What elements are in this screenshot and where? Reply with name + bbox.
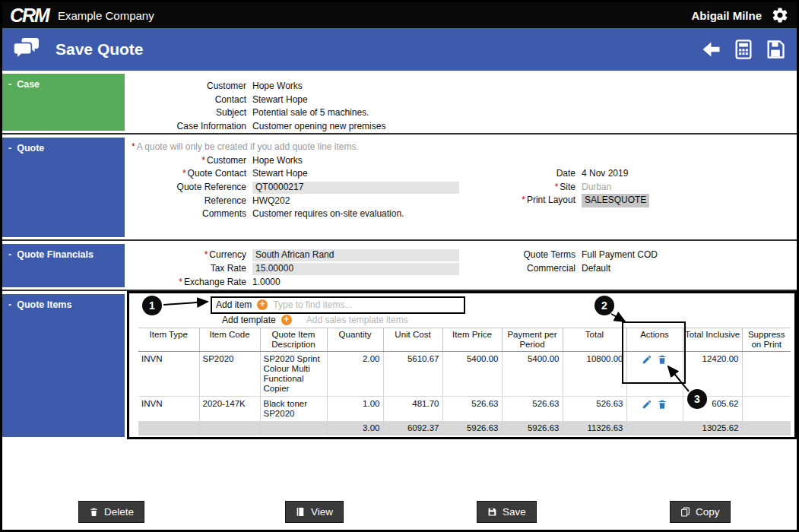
collapse-icon[interactable]: -: [8, 143, 11, 154]
save-header-button[interactable]: [765, 39, 786, 60]
add-template-placeholder: Add sales template items: [306, 315, 408, 325]
calculator-icon: [733, 39, 754, 60]
view-button[interactable]: View: [285, 501, 344, 523]
collapse-icon[interactable]: -: [8, 249, 11, 260]
comments-field[interactable]: Customer requires on-site evaluation.: [252, 207, 404, 221]
add-template-plus-icon[interactable]: [281, 315, 292, 325]
field-label: Subject: [127, 106, 252, 120]
quote-items-section-header[interactable]: -Quote Items: [2, 294, 125, 437]
field-label: Case Information: [127, 120, 252, 134]
required-marker: *: [522, 195, 525, 205]
cell-item-code: 2020-147K: [199, 397, 260, 422]
cell-suppress-on-print[interactable]: [742, 397, 791, 422]
col-item-price: Item Price: [442, 328, 502, 352]
site-field[interactable]: Durban: [582, 181, 611, 195]
page-header: Save Quote: [2, 28, 797, 71]
required-marker: *: [205, 249, 208, 260]
totals-payment-per-period: 5926.63: [502, 422, 563, 436]
trash-icon: [89, 507, 99, 517]
commercial-field[interactable]: Default: [582, 262, 610, 276]
quote-note: *A quote will only be created if you add…: [127, 141, 797, 154]
calculator-button[interactable]: [733, 39, 754, 60]
reference-field[interactable]: HWQ202: [252, 195, 290, 208]
exchange-rate-field[interactable]: 1.0000: [252, 276, 281, 290]
field-label: Currency: [209, 249, 246, 260]
add-item-row: Add item: [138, 296, 791, 314]
totals-total-inclusive: 13025.62: [683, 422, 742, 436]
delete-item-button[interactable]: [655, 399, 670, 412]
field-label: Quote Contact: [188, 168, 246, 179]
field-quote-terms: Quote Terms Full Payment COD: [502, 249, 797, 262]
delete-button[interactable]: Delete: [78, 501, 144, 523]
add-template-row: Add template Add sales template items: [138, 314, 791, 326]
cell-quantity: 2.00: [327, 352, 383, 397]
add-item-box: Add item: [211, 296, 465, 314]
field-label: Reference: [127, 195, 252, 208]
collapse-icon[interactable]: -: [8, 79, 11, 90]
edit-item-button[interactable]: [639, 354, 655, 367]
currency-field[interactable]: South African Rand: [252, 249, 459, 261]
back-button[interactable]: [701, 39, 722, 60]
user-name: Abigail Milne: [691, 9, 762, 22]
add-item-plus-icon[interactable]: [257, 299, 268, 310]
customer-field[interactable]: Hope Works: [252, 154, 303, 168]
field-case-information: Case Information Customer opening new pr…: [127, 120, 797, 134]
case-section-header[interactable]: -Case: [2, 74, 125, 131]
copy-button[interactable]: Copy: [670, 501, 731, 523]
add-template-label[interactable]: Add template: [222, 315, 276, 325]
print-layout-field[interactable]: SALESQUOTE: [582, 194, 649, 207]
col-item-type: Item Type: [138, 328, 199, 352]
col-payment-per-period: Payment per Period: [502, 328, 563, 352]
footer-toolbar: Delete View Save Copy: [2, 501, 797, 524]
field-quote-contact: *Quote Contact Stewart Hope: [127, 167, 502, 181]
settings-gear-icon[interactable]: [771, 6, 789, 24]
col-item-code: Item Code: [199, 328, 260, 352]
crm-logo: CRM: [10, 6, 49, 25]
field-case-subject: Subject Potential sale of 5 machines.: [127, 106, 797, 120]
collapse-icon[interactable]: -: [8, 299, 11, 310]
col-unit-cost: Unit Cost: [383, 328, 442, 352]
totals-total: 11326.63: [563, 422, 626, 436]
quote-contact-field[interactable]: Stewart Hope: [252, 167, 308, 181]
field-site: *Site Durban: [502, 181, 797, 195]
cell-actions: [626, 397, 683, 422]
required-marker: *: [182, 168, 186, 179]
field-date: Date 4 Nov 2019: [502, 167, 797, 181]
field-label: Commercial: [502, 262, 582, 276]
edit-item-button[interactable]: [639, 399, 655, 412]
field-currency: *Currency South African Rand: [127, 249, 502, 262]
field-comments: Comments Customer requires on-site evalu…: [127, 207, 502, 221]
quote-financials-section-header[interactable]: -Quote Financials: [2, 244, 125, 287]
col-quantity: Quantity: [327, 328, 383, 352]
cell-item-type: INVN: [138, 352, 199, 397]
quote-section-header[interactable]: -Quote: [2, 138, 125, 237]
save-disk-icon: [765, 39, 786, 60]
copy-icon: [680, 507, 690, 517]
quote-reference-field[interactable]: QT0000217: [252, 182, 459, 194]
app-window: CRM Example Company Abigail Milne Save Q…: [0, 0, 799, 532]
cell-suppress-on-print[interactable]: [742, 352, 791, 397]
item-search-input[interactable]: [273, 299, 460, 310]
save-button[interactable]: Save: [477, 501, 537, 523]
totals-row: 3.00 6092.37 5926.63 5926.63 11326.63 13…: [138, 422, 791, 436]
cell-quantity: 1.00: [327, 397, 383, 422]
cell-item-code: SP2020: [199, 352, 260, 397]
field-quote-customer: *Customer Hope Works: [127, 154, 502, 168]
cell-item-price: 526.63: [442, 397, 502, 422]
annotation-step-3: 3: [687, 389, 707, 409]
quote-section: -Quote *A quote will only be created if …: [2, 133, 797, 239]
field-commercial: Commercial Default: [502, 262, 797, 276]
case-section: -Case Customer Hope Works Contact Stewar…: [2, 71, 797, 133]
delete-item-button[interactable]: [655, 354, 670, 367]
add-item-label[interactable]: Add item: [216, 299, 252, 310]
field-value: Potential sale of 5 machines.: [252, 106, 369, 120]
field-value: Hope Works: [252, 80, 303, 93]
date-field[interactable]: 4 Nov 2019: [582, 167, 628, 181]
trash-icon: [657, 399, 667, 410]
pencil-icon: [642, 354, 652, 365]
quote-financials-body: *Currency South African Rand Tax Rate 15…: [127, 241, 797, 290]
case-section-body: Customer Hope Works Contact Stewart Hope…: [127, 71, 797, 133]
quote-terms-field[interactable]: Full Payment COD: [582, 249, 658, 262]
totals-quantity: 3.00: [327, 422, 383, 436]
tax-rate-field[interactable]: 15.00000: [252, 263, 459, 275]
